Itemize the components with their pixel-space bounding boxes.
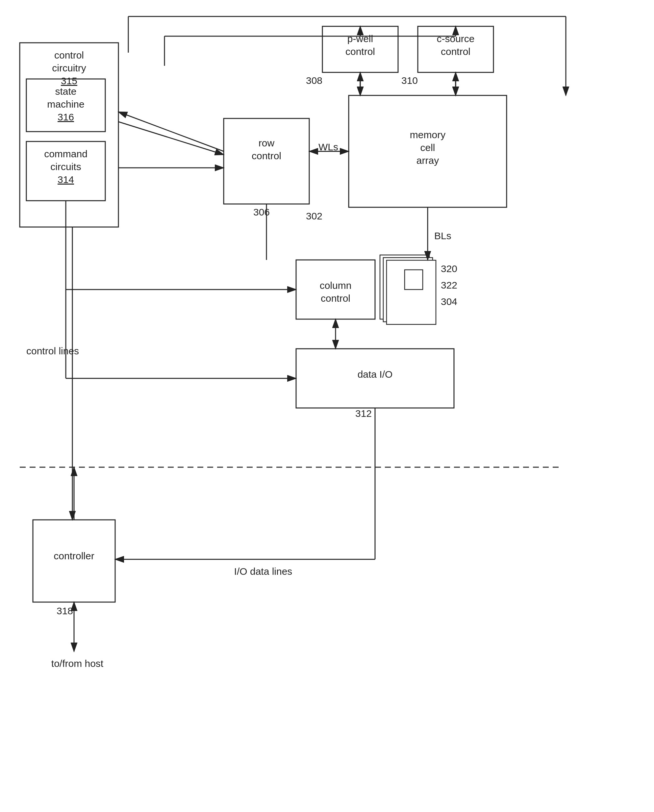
label-304: 304 xyxy=(441,296,457,307)
controller-label: controller xyxy=(34,549,114,562)
label-318: 318 xyxy=(57,606,73,616)
csource-control-label: c-sourcecontrol xyxy=(419,32,492,58)
io-data-lines-label: I/O data lines xyxy=(197,566,329,577)
label-312: 312 xyxy=(355,408,372,419)
label-322: 322 xyxy=(441,280,457,291)
label-320: 320 xyxy=(441,263,457,274)
label-310: 310 xyxy=(401,75,418,86)
label-302: 302 xyxy=(306,211,322,222)
svg-line-29 xyxy=(118,112,224,151)
state-machine-label: statemachine316 xyxy=(27,85,105,123)
control-lines-label: control lines xyxy=(26,346,125,357)
column-control-label: columncontrol xyxy=(297,279,374,305)
label-306: 306 xyxy=(253,206,270,218)
label-308: 308 xyxy=(306,75,322,86)
dataio-label: data I/O xyxy=(297,368,453,381)
svg-line-30 xyxy=(118,122,224,154)
row-control-label: rowcontrol xyxy=(225,136,308,162)
pwell-control-label: p-wellcontrol xyxy=(324,32,397,58)
to-from-host-label: to/from host xyxy=(36,658,118,669)
command-circuits-label: commandcircuits314 xyxy=(27,147,105,186)
memory-cell-array-label: memorycellarray xyxy=(350,128,505,167)
wls-label: WLs xyxy=(318,141,338,153)
bls-label: BLs xyxy=(434,230,451,242)
control-circuitry-label: controlcircuitry315 xyxy=(26,49,112,87)
svg-rect-15 xyxy=(405,270,423,289)
